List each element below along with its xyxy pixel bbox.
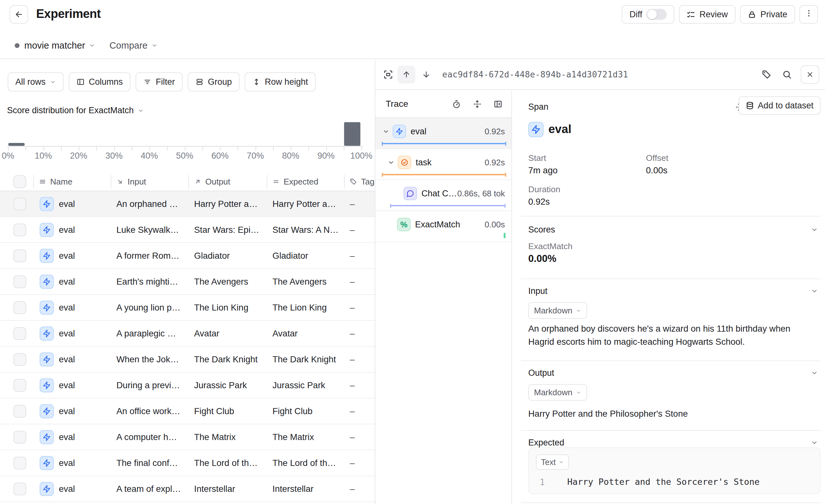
filter-button[interactable]: Filter bbox=[136, 72, 182, 91]
chevron-down-icon[interactable] bbox=[811, 287, 818, 295]
row-checkbox[interactable] bbox=[13, 275, 26, 288]
chevron-down-icon[interactable] bbox=[382, 128, 389, 135]
chevron-down-icon bbox=[89, 42, 95, 49]
select-all-checkbox[interactable] bbox=[13, 175, 26, 188]
row-checkbox[interactable] bbox=[13, 249, 26, 262]
row-checkbox[interactable] bbox=[13, 457, 26, 470]
app-header: Experiment movie matcher Compare Diff Re… bbox=[0, 0, 825, 59]
span-timeline-tick bbox=[504, 233, 506, 238]
row-checkbox[interactable] bbox=[13, 483, 26, 495]
trace-span-exactmatch[interactable]: % ExactMatch 0.00s bbox=[375, 211, 511, 242]
table-row[interactable]: eval A young lion p… The Lion King The L… bbox=[0, 295, 375, 321]
table-row[interactable]: eval An orphaned … Harry Potter a… Harry… bbox=[0, 191, 375, 217]
input-format-dropdown[interactable]: Markdown bbox=[528, 302, 587, 319]
row-output-cell: Star Wars: Epi… bbox=[189, 217, 267, 242]
row-tags: – bbox=[350, 329, 355, 339]
column-header-tags[interactable]: Tags bbox=[344, 173, 375, 191]
table-row[interactable]: eval A paraplegic … Avatar Avatar – bbox=[0, 321, 375, 347]
table-row[interactable]: eval When the Jok… The Dark Knight The D… bbox=[0, 347, 375, 373]
results-area: All rows Columns Filter Group Row height… bbox=[0, 60, 375, 504]
trace-span-chat-completion[interactable]: Chat C… 0.86s, 68 tok bbox=[375, 180, 511, 211]
column-label: Expected bbox=[284, 177, 318, 187]
row-checkbox[interactable] bbox=[13, 431, 26, 444]
tag-icon[interactable] bbox=[762, 70, 771, 79]
row-tags: – bbox=[350, 406, 355, 416]
trace-tree-header: Trace bbox=[375, 90, 511, 118]
back-button[interactable] bbox=[10, 5, 28, 24]
table-row[interactable]: eval Earth's mighti… The Avengers The Av… bbox=[0, 269, 375, 295]
column-header-name[interactable]: Name bbox=[33, 173, 110, 191]
row-output-cell: The Avengers bbox=[189, 269, 267, 294]
table-row[interactable]: eval The final conf… The Lord of th… The… bbox=[0, 450, 375, 476]
column-header-output[interactable]: Output bbox=[189, 173, 267, 191]
search-icon[interactable] bbox=[782, 70, 792, 79]
arrow-up-icon bbox=[402, 70, 411, 79]
score-distribution-selector[interactable]: Score distribution for ExactMatch bbox=[7, 105, 144, 116]
table-row[interactable]: eval An office work… Fight Club Fight Cl… bbox=[0, 399, 375, 424]
close-panel-button[interactable] bbox=[801, 65, 819, 84]
row-expected-cell: The Lion King bbox=[267, 295, 344, 320]
row-input-cell: Earth's mighti… bbox=[110, 269, 189, 294]
expand-fullscreen-icon[interactable] bbox=[383, 70, 393, 79]
row-output-cell: The Lord of th… bbox=[189, 450, 267, 476]
equals-icon bbox=[273, 178, 280, 185]
add-to-dataset-button[interactable]: Add to dataset bbox=[739, 96, 821, 115]
span-duration: 0.92s bbox=[484, 158, 511, 167]
chevron-down-icon[interactable] bbox=[811, 226, 818, 233]
table-row[interactable]: eval A former Rom… Gladiator Gladiator – bbox=[0, 243, 375, 269]
row-expected-cell: Avatar bbox=[267, 321, 344, 346]
row-checkbox[interactable] bbox=[13, 405, 26, 418]
axis-tick bbox=[79, 147, 79, 151]
group-button[interactable]: Group bbox=[188, 72, 239, 91]
input-text: An orphaned boy discovers he's a wizard … bbox=[528, 322, 810, 348]
chevron-down-icon[interactable] bbox=[388, 159, 395, 166]
private-button[interactable]: Private bbox=[740, 5, 795, 24]
chevron-down-icon[interactable] bbox=[811, 369, 818, 376]
column-label: Input bbox=[128, 177, 146, 187]
column-header-input[interactable]: Input bbox=[110, 173, 189, 191]
axis-tick bbox=[61, 147, 62, 151]
table-row[interactable]: eval A computer h… The Matrix The Matrix… bbox=[0, 424, 375, 450]
diff-toggle[interactable] bbox=[646, 9, 667, 20]
table-row[interactable]: eval Luke Skywalk… Star Wars: Epi… Star … bbox=[0, 217, 375, 243]
trace-span-task[interactable]: task 0.92s bbox=[375, 149, 511, 180]
expected-format-dropdown[interactable]: Text bbox=[536, 454, 569, 470]
row-checkbox[interactable] bbox=[13, 327, 26, 340]
next-row-button[interactable] bbox=[417, 66, 435, 83]
previous-row-button[interactable] bbox=[397, 66, 416, 83]
more-options-button[interactable] bbox=[800, 5, 818, 24]
row-input-cell: A paraplegic … bbox=[110, 321, 189, 346]
all-rows-filter-button[interactable]: All rows bbox=[8, 72, 64, 91]
column-header-expected[interactable]: Expected bbox=[267, 173, 344, 191]
chevron-down-icon[interactable] bbox=[811, 439, 818, 446]
arrow-left-icon bbox=[14, 10, 23, 19]
columns-button[interactable]: Columns bbox=[69, 72, 131, 91]
row-tags: – bbox=[350, 432, 355, 442]
table-row[interactable]: eval A team of expl… Interstellar Inters… bbox=[0, 476, 375, 502]
percent-glyph: % bbox=[400, 220, 407, 229]
collapse-panel-icon[interactable] bbox=[494, 100, 502, 109]
row-checkbox[interactable] bbox=[13, 224, 26, 236]
row-checkbox[interactable] bbox=[13, 379, 26, 392]
review-button[interactable]: Review bbox=[679, 5, 736, 24]
row-checkbox[interactable] bbox=[13, 353, 26, 366]
section-divider bbox=[521, 502, 821, 503]
compare-selector[interactable]: Compare bbox=[109, 40, 158, 51]
output-format-dropdown[interactable]: Markdown bbox=[528, 384, 587, 401]
row-height-icon bbox=[252, 78, 260, 86]
row-name: eval bbox=[59, 380, 75, 390]
timer-icon[interactable] bbox=[452, 100, 461, 109]
trace-span-eval[interactable]: eval 0.92s bbox=[375, 118, 511, 149]
collapse-vertical-icon[interactable] bbox=[473, 100, 481, 109]
histogram-bar bbox=[8, 143, 25, 146]
row-name-cell: eval bbox=[33, 191, 110, 217]
table-toolbar: All rows Columns Filter Group Row height bbox=[8, 72, 316, 91]
table-row[interactable]: eval During a previ… Jurassic Park Juras… bbox=[0, 373, 375, 399]
trace-tree: Trace eval 0.92s task 0.92s bbox=[375, 90, 511, 504]
row-checkbox[interactable] bbox=[13, 301, 26, 314]
row-checkbox[interactable] bbox=[13, 198, 26, 210]
select-all-cell bbox=[0, 173, 33, 191]
row-height-button[interactable]: Row height bbox=[245, 72, 316, 91]
span-timeline-bar bbox=[382, 174, 506, 175]
experiment-selector[interactable]: movie matcher bbox=[24, 40, 95, 51]
